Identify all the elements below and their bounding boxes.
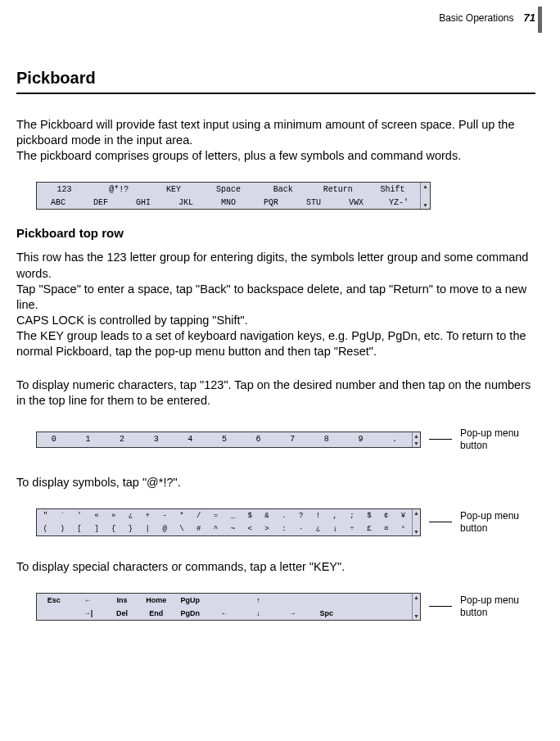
keyboard-key[interactable]: MNO [207,198,250,207]
keyboard-key[interactable]: →| [71,609,106,617]
keyboard-key[interactable]: ) [54,525,71,533]
keyboard-key[interactable]: ¤ [377,525,395,533]
keyboard-key[interactable]: ] [88,525,105,533]
keyboard-key[interactable]: ¥ [395,512,412,520]
keyboard-key[interactable]: @*!? [92,185,147,194]
keyboard-key[interactable]: GHI [122,198,165,207]
keyboard-key[interactable]: STU [292,198,335,207]
callout-label: Pop-up menu button [460,427,519,452]
keyboard-key[interactable]: / [190,512,207,520]
chevron-down-icon: ▼ [422,202,428,208]
keyboard-key[interactable]: 0 [37,435,71,444]
keyboard-key[interactable]: ¿ [122,512,139,520]
keyboard-key[interactable]: - [156,512,174,520]
keyboard-key[interactable]: » [105,512,122,520]
keyboard-key[interactable]: £ [360,525,377,533]
keyboard-key[interactable]: = [207,512,224,520]
keyboard-key[interactable]: , [327,512,344,520]
popup-menu-button[interactable]: ▲ ▼ [420,183,430,209]
pickboard-key: Esc←InsHomePgUp↑ →|DelEndPgDn←↓→Spc ▲ ▼ [36,593,421,621]
popup-menu-button[interactable]: ▲ ▼ [412,509,420,535]
keyboard-key[interactable]: 9 [344,435,378,444]
keyboard-key[interactable]: · [292,525,309,533]
keyboard-key[interactable]: 1 [71,435,106,444]
keyboard-key[interactable]: ¡ [327,525,344,533]
keyboard-key[interactable]: KEY [147,185,201,194]
keyboard-key[interactable]: ° [395,525,412,533]
keyboard-key[interactable]: Shift [365,185,420,194]
keyboard-key[interactable]: ~ [224,525,242,533]
keyboard-key[interactable]: { [105,525,122,533]
keyboard-key[interactable]: Home [139,596,174,604]
keyboard-key[interactable]: ABC [37,198,79,207]
keyboard-key[interactable]: . [377,435,412,444]
keyboard-key[interactable]: ' [71,512,88,520]
keyboard-key[interactable]: PgDn [174,609,208,617]
keyboard-key[interactable]: Ins [105,596,139,604]
keyboard-key[interactable]: YZ-' [377,198,420,207]
keyboard-key[interactable]: Del [105,609,139,617]
keyboard-key[interactable]: « [88,512,105,520]
chevron-up-icon: ▲ [413,510,419,516]
keyboard-key[interactable]: ? [292,512,309,520]
keyboard-key[interactable]: Spc [309,609,344,617]
keyboard-key[interactable]: 6 [242,435,276,444]
keyboard-key[interactable]: | [139,525,156,533]
keyboard-key[interactable]: ← [71,596,106,604]
keyboard-key[interactable]: * [174,512,191,520]
keyboard-key[interactable]: DEF [79,198,122,207]
sec2-p3: CAPS LOCK is controlled by tapping "Shif… [16,313,535,328]
keyboard-key[interactable]: _ [224,512,242,520]
chevron-down-icon: ▼ [413,529,419,535]
keyboard-key[interactable]: & [259,512,276,520]
keyboard-key[interactable]: + [139,512,156,520]
keyboard-key[interactable]: VWX [335,198,377,207]
keyboard-key[interactable]: } [122,525,139,533]
keyboard-key[interactable]: Space [201,185,256,194]
keyboard-key[interactable]: Back [255,185,310,194]
keyboard-key[interactable]: ( [37,525,54,533]
keyboard-key[interactable]: PQR [250,198,292,207]
keyboard-key[interactable]: → [275,609,309,617]
keyboard-key[interactable]: 5 [207,435,242,444]
keyboard-key[interactable]: Return [310,185,365,194]
pickboard-main: 123@*!?KEYSpaceBackReturnShift ABCDEFGHI… [36,182,431,210]
keyboard-key[interactable]: < [242,525,259,533]
keyboard-key[interactable]: ! [309,512,327,520]
keyboard-key[interactable]: 123 [37,185,92,194]
keyboard-key[interactable]: # [190,525,207,533]
numeric-para: To display numeric characters, tap "123"… [16,377,535,409]
page-header: Basic Operations 71 [439,11,535,24]
keyboard-key[interactable]: ^ [207,525,224,533]
keyboard-key[interactable]: JKL [165,198,207,207]
keyboard-key[interactable]: @ [156,525,174,533]
keyboard-key[interactable]: 8 [309,435,344,444]
keyboard-key[interactable]: PgUp [174,596,208,604]
keyboard-key[interactable]: ÷ [344,525,361,533]
keyboard-key[interactable]: > [259,525,276,533]
keyboard-key[interactable]: ¿ [309,525,327,533]
keyboard-key[interactable]: ↑ [242,596,276,604]
pickboard-numeric: 0123456789. ▲ ▼ [36,431,421,448]
popup-menu-button[interactable]: ▲ ▼ [412,432,420,447]
keyboard-key[interactable]: ` [54,512,71,520]
keyboard-key[interactable]: ¢ [377,512,395,520]
callout-line [429,439,452,440]
keyboard-key[interactable]: 2 [105,435,139,444]
keyboard-key[interactable]: 3 [139,435,174,444]
keyboard-key[interactable]: End [139,609,174,617]
keyboard-key[interactable]: 4 [174,435,208,444]
popup-menu-button[interactable]: ▲ ▼ [412,594,420,620]
keyboard-key[interactable]: [ [71,525,88,533]
keyboard-key[interactable]: $ [242,512,259,520]
keyboard-key[interactable]: " [37,512,54,520]
keyboard-key[interactable]: ; [344,512,361,520]
keyboard-key[interactable]: ↓ [242,609,276,617]
keyboard-key[interactable]: $ [360,512,377,520]
keyboard-key[interactable]: \ [174,525,191,533]
keyboard-key[interactable]: ← [207,609,242,617]
keyboard-key[interactable]: . [275,512,292,520]
keyboard-key[interactable]: 7 [275,435,309,444]
keyboard-key[interactable]: : [275,525,292,533]
keyboard-key[interactable]: Esc [37,596,71,604]
